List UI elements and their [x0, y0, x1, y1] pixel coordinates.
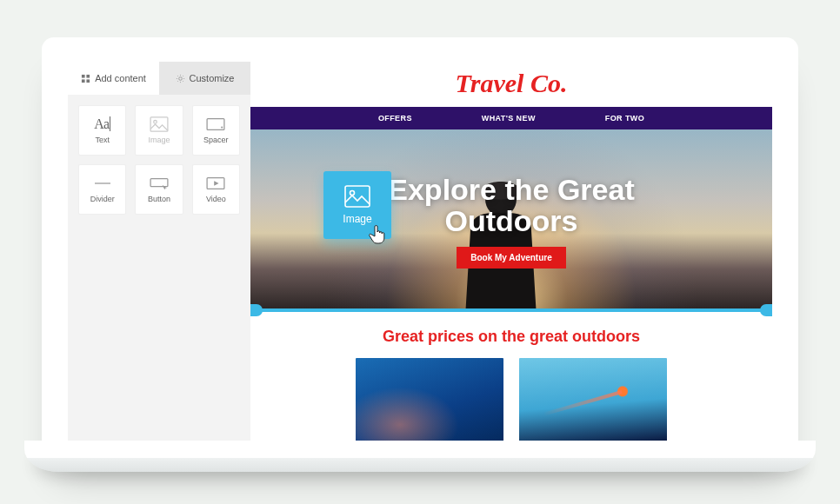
block-grid: Aa Text Image Spacer — [68, 95, 250, 225]
image-icon — [150, 116, 169, 132]
editor-panel: Add content Customize Aa Text Image — [68, 62, 250, 441]
button-icon — [150, 176, 169, 191]
laptop-base — [24, 441, 816, 472]
thumbnail-image[interactable] — [356, 358, 503, 441]
svg-rect-13 — [345, 186, 370, 207]
canvas[interactable]: Travel Co. OFFERS WHAT'S NEW FOR TWO Exp… — [250, 62, 772, 441]
gear-icon — [176, 74, 185, 83]
svg-rect-5 — [150, 117, 168, 131]
nav-item-offers[interactable]: OFFERS — [378, 114, 412, 123]
svg-rect-0 — [82, 74, 85, 77]
svg-rect-1 — [87, 74, 90, 77]
hero-text: Explore the Great Outdoors Book My Adven… — [388, 169, 634, 269]
block-text[interactable]: Aa Text — [78, 105, 126, 156]
block-label: Divider — [90, 195, 115, 203]
block-spacer[interactable]: Spacer — [192, 105, 240, 156]
cursor-hand-icon — [369, 225, 386, 249]
nav-item-whatsnew[interactable]: WHAT'S NEW — [482, 114, 536, 123]
divider-icon — [93, 176, 112, 191]
svg-rect-2 — [82, 79, 85, 83]
hero-cta-button[interactable]: Book My Adventure — [457, 247, 566, 269]
svg-point-6 — [154, 121, 157, 124]
panel-tabs: Add content Customize — [68, 62, 250, 95]
screen: Add content Customize Aa Text Image — [68, 62, 772, 441]
block-button[interactable]: Button — [135, 164, 183, 215]
thumbnail-row — [250, 358, 772, 441]
spacer-icon — [206, 116, 225, 132]
dragging-block-label: Image — [343, 213, 371, 225]
block-label: Button — [148, 195, 170, 203]
block-image[interactable]: Image — [135, 105, 183, 156]
svg-point-14 — [350, 191, 355, 196]
selection-handle-bar[interactable] — [250, 308, 772, 312]
svg-point-8 — [221, 127, 223, 129]
tab-label: Add content — [95, 73, 146, 83]
block-label: Spacer — [203, 136, 229, 144]
block-label: Text — [95, 136, 110, 144]
tab-customize[interactable]: Customize — [159, 62, 250, 95]
site-nav: OFFERS WHAT'S NEW FOR TWO — [250, 107, 772, 129]
site-brand: Travel Co. — [250, 62, 772, 107]
svg-rect-10 — [150, 179, 168, 187]
svg-rect-3 — [87, 79, 90, 83]
block-video[interactable]: Video — [192, 164, 240, 215]
block-label: Video — [206, 195, 226, 203]
grid-icon — [81, 74, 90, 83]
hero-title: Explore the Great Outdoors — [388, 175, 634, 236]
svg-point-4 — [178, 76, 182, 80]
tab-label: Customize — [190, 73, 235, 83]
laptop-frame: Add content Customize Aa Text Image — [42, 37, 798, 467]
nav-item-fortwo[interactable]: FOR TWO — [605, 114, 644, 123]
tab-add-content[interactable]: Add content — [68, 62, 159, 95]
block-label: Image — [148, 136, 170, 144]
block-divider[interactable]: Divider — [78, 164, 126, 215]
section-title: Great prices on the great outdoors — [250, 312, 772, 358]
video-icon — [206, 176, 225, 191]
thumbnail-image[interactable] — [519, 358, 667, 441]
text-icon: Aa — [93, 116, 112, 132]
image-icon — [344, 185, 370, 208]
